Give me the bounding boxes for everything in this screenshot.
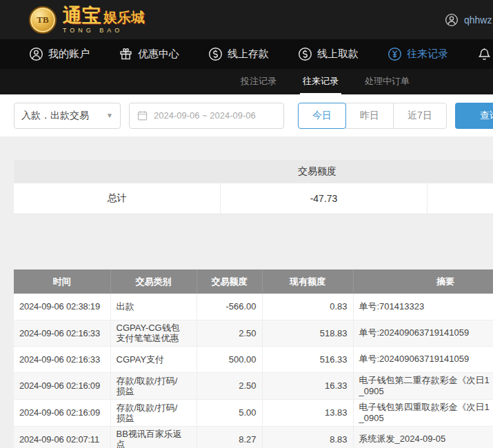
nav-item-online-withdraw[interactable]: 线上取款 <box>298 47 359 61</box>
table-row: 2024-09-06 02:16:33 CGPAY支付 500.00 516.3… <box>14 346 493 372</box>
table-row: 2024-09-06 02:38:19 出款 -566.00 0.83 单号:7… <box>14 294 493 320</box>
user-account[interactable]: qhhwz <box>445 13 492 27</box>
summary-total-label: 总计 <box>14 183 221 214</box>
content-area: 交易额度 总计 -47.73 时间 交易类别 交易额度 现有额度 摘要 <box>0 136 493 448</box>
tab-betting-records[interactable]: 投注记录 <box>238 75 279 94</box>
quick-range-yesterday-button[interactable]: 昨日 <box>345 103 394 129</box>
nav-item-online-deposit[interactable]: 线上存款 <box>208 47 269 61</box>
cell-time: 2024-09-06 02:16:09 <box>14 372 110 399</box>
chevron-down-icon: ▼ <box>106 112 113 119</box>
logo-coin-text: TB <box>37 14 48 26</box>
cell-balance: 516.33 <box>262 346 353 372</box>
cell-type: BB视讯百家乐返 点 <box>110 426 197 448</box>
cell-type: CGPAY-CG钱包 支付笔笔送优惠 <box>110 320 197 346</box>
cell-balance: 8.83 <box>262 426 353 448</box>
date-range-picker[interactable]: 2024-09-06 ~ 2024-09-06 <box>129 103 284 129</box>
logo-coin-icon: TB <box>29 6 57 34</box>
cell-balance: 0.83 <box>262 294 353 320</box>
records-table: 时间 交易类别 交易额度 现有额度 摘要 2024-09-06 02:38:19… <box>14 269 493 448</box>
cell-summary: 系统派发_2024-09-05 <box>353 426 493 448</box>
calendar-icon <box>137 110 148 121</box>
cell-amount: 8.27 <box>197 426 262 448</box>
nav-item-promotions[interactable]: 优惠中心 <box>119 47 179 61</box>
logo-text: 通宝 娱乐城 TONG BAO <box>63 6 145 34</box>
nav-item-my-account[interactable]: 我的账户 <box>29 47 90 61</box>
table-row: 2024-09-06 02:16:33 CGPAY-CG钱包 支付笔笔送优惠 2… <box>14 320 493 346</box>
cell-type: 出款 <box>110 294 197 320</box>
sub-tab-strip: 投注记录 往来记录 处理中订单 <box>0 69 493 94</box>
cell-amount: 500.00 <box>197 346 262 372</box>
nav-item-label: 线上存款 <box>228 48 269 61</box>
search-button[interactable]: 查询 <box>455 103 493 129</box>
cell-time: 2024-09-06 02:07:11 <box>14 426 110 448</box>
date-range-value: 2024-09-06 ~ 2024-09-06 <box>154 110 256 121</box>
cell-type: CGPAY支付 <box>110 346 197 372</box>
cell-summary: 电子钱包第四重取款彩金《次日1 _0905 <box>353 399 493 426</box>
logo-title-rest: 娱乐城 <box>103 10 145 24</box>
nav-item-label: 往来记录 <box>407 48 448 61</box>
main-nav: 我的账户 优惠中心 线上存款 线上取款 往来记录 <box>0 39 493 69</box>
cell-time: 2024-09-06 02:38:19 <box>14 294 110 320</box>
tab-processing-orders[interactable]: 处理中订单 <box>362 75 412 94</box>
table-row: 2024-09-06 02:16:09 存款/取款/打码/ 损益 5.00 13… <box>14 399 493 426</box>
transaction-type-value: 入款．出款交易 <box>21 110 89 122</box>
column-header-amount: 交易额度 <box>197 269 262 294</box>
cell-summary: 单号:701413323 <box>353 294 493 320</box>
page: TB 通宝 娱乐城 TONG BAO qhhwz 我的账户 <box>0 0 493 448</box>
cell-type: 存款/取款/打码/ 损益 <box>110 372 197 399</box>
logo-subtitle: TONG BAO <box>63 28 145 34</box>
cell-amount: -566.00 <box>197 294 262 320</box>
summary-total-row: 总计 -47.73 <box>14 183 493 214</box>
deposit-coin-icon <box>208 47 223 61</box>
table-row: 2024-09-06 02:07:11 BB视讯百家乐返 点 8.27 8.83… <box>14 426 493 448</box>
cell-type: 存款/取款/打码/ 损益 <box>110 399 197 426</box>
logo-title-main: 通宝 <box>63 6 101 26</box>
table-row: 2024-09-06 02:16:09 存款/取款/打码/ 损益 2.50 16… <box>14 372 493 399</box>
nav-item-label: 我的账户 <box>48 48 90 61</box>
column-header-balance: 现有额度 <box>262 269 353 294</box>
cell-time: 2024-09-06 02:16:33 <box>14 320 110 346</box>
tab-transaction-records[interactable]: 往来记录 <box>300 75 341 94</box>
column-header-summary: 摘要 <box>353 269 493 294</box>
records-coin-icon <box>388 47 402 61</box>
cell-balance: 13.83 <box>262 399 353 426</box>
nav-item-label: 线上取款 <box>317 48 359 61</box>
cell-summary: 电子钱包第二重存款彩金《次日1 _0905 <box>353 372 493 399</box>
summary-table: 交易额度 总计 -47.73 <box>14 160 493 214</box>
table-header-row: 时间 交易类别 交易额度 现有额度 摘要 <box>14 269 493 294</box>
column-header-type: 交易类别 <box>110 269 197 294</box>
bell-icon <box>477 47 492 61</box>
quick-range-group: 今日 昨日 近7日 <box>298 103 447 129</box>
nav-item-label: 优惠中心 <box>138 48 179 61</box>
transaction-type-select[interactable]: 入款．出款交易 ▼ <box>14 103 121 129</box>
summary-total-value: -47.73 <box>221 183 427 214</box>
username: qhhwz <box>464 14 492 26</box>
withdraw-coin-icon <box>298 47 312 61</box>
cell-balance: 518.83 <box>262 320 353 346</box>
summary-empty-cell <box>427 183 493 214</box>
logo: TB 通宝 娱乐城 TONG BAO <box>29 6 145 34</box>
summary-header: 交易额度 <box>14 160 493 183</box>
cell-amount: 2.50 <box>197 320 262 346</box>
cell-summary: 单号:202409063719141059 <box>353 320 493 346</box>
nav-item-transaction-records[interactable]: 往来记录 <box>388 47 448 61</box>
cell-amount: 5.00 <box>197 399 262 426</box>
quick-range-today-button[interactable]: 今日 <box>298 103 346 129</box>
column-header-time: 时间 <box>14 269 110 294</box>
user-avatar-icon <box>445 13 459 27</box>
cell-summary: 单号:202409063719141059 <box>353 346 493 372</box>
cell-time: 2024-09-06 02:16:09 <box>14 399 110 426</box>
cell-amount: 2.50 <box>197 372 262 399</box>
top-header: TB 通宝 娱乐城 TONG BAO qhhwz <box>0 0 493 39</box>
cell-balance: 16.33 <box>262 372 353 399</box>
quick-range-7days-button[interactable]: 近7日 <box>393 103 447 129</box>
cell-time: 2024-09-06 02:16:33 <box>14 346 110 372</box>
user-circle-icon <box>29 47 43 61</box>
filter-bar: 入款．出款交易 ▼ 2024-09-06 ~ 2024-09-06 今日 昨日 … <box>0 94 493 136</box>
nav-item-messages[interactable] <box>477 47 492 61</box>
gift-icon <box>119 47 133 61</box>
